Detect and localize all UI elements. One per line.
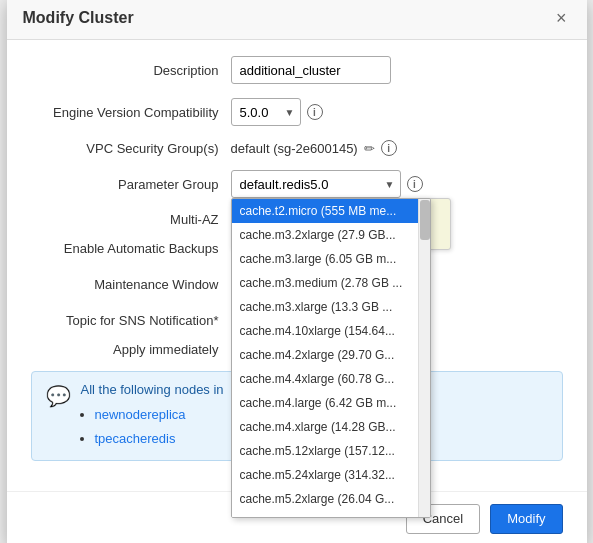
apply-label: Apply immediately (31, 342, 231, 357)
description-control (231, 56, 563, 84)
dropdown-item[interactable]: cache.m4.4xlarge (60.78 G... (232, 367, 418, 391)
dropdown-scroll-thumb[interactable] (420, 200, 430, 240)
vpc-security-value: default (sg-2e600145) (231, 141, 358, 156)
node-type-dropdown[interactable]: cache.t2.micro (555 MB me... cache.m3.2x… (231, 198, 431, 518)
dropdown-scrollbar-track (418, 199, 430, 518)
dropdown-item[interactable]: cache.m4.large (6.42 GB m... (232, 391, 418, 415)
dropdown-item[interactable]: cache.m3.xlarge (13.3 GB ... (232, 295, 418, 319)
dropdown-item[interactable]: cache.m3.medium (2.78 GB ... (232, 271, 418, 295)
engine-version-select[interactable]: 5.0.0 (231, 98, 301, 126)
engine-version-label: Engine Version Compatibility (31, 105, 231, 120)
dropdown-item[interactable]: cache.m5.12xlarge (157.12... (232, 439, 418, 463)
maintenance-label: Maintenance Window (31, 277, 231, 292)
multiaz-label: Multi-AZ (31, 212, 231, 227)
description-input[interactable] (231, 56, 391, 84)
dropdown-item[interactable]: cache.m3.2xlarge (27.9 GB... (232, 223, 418, 247)
vpc-security-control: default (sg-2e600145) ✏ i (231, 140, 563, 156)
dropdown-item[interactable]: cache.m5.24xlarge (314.32... (232, 463, 418, 487)
dropdown-item[interactable]: cache.m5.4xlarge (52.26 G... (232, 511, 418, 518)
engine-version-select-wrapper: 5.0.0 ▼ (231, 98, 301, 126)
dropdown-item[interactable]: cache.t2.micro (555 MB me... (232, 199, 418, 223)
vpc-security-label: VPC Security Group(s) (31, 141, 231, 156)
dropdown-item[interactable]: cache.m4.xlarge (14.28 GB... (232, 415, 418, 439)
modal-header: Modify Cluster × (7, 0, 587, 40)
dropdown-item[interactable]: cache.m3.large (6.05 GB m... (232, 247, 418, 271)
modify-button[interactable]: Modify (490, 504, 562, 534)
engine-version-control: 5.0.0 ▼ i (231, 98, 563, 126)
dropdown-item[interactable]: cache.m5.2xlarge (26.04 G... (232, 487, 418, 511)
parameter-group-label: Parameter Group (31, 177, 231, 192)
param-select-wrapper: default.redis5.0 ▼ (231, 170, 401, 198)
description-row: Description (31, 56, 563, 84)
parameter-group-row: Parameter Group default.redis5.0 ▼ i (31, 170, 563, 198)
vpc-info-icon[interactable]: i (381, 140, 397, 156)
param-row: default.redis5.0 ▼ i (231, 170, 423, 198)
backup-label: Enable Automatic Backups (31, 241, 231, 256)
edit-icon[interactable]: ✏ (364, 141, 375, 156)
close-button[interactable]: × (552, 9, 571, 27)
modal-title: Modify Cluster (23, 9, 134, 27)
parameter-group-control: default.redis5.0 ▼ i The node type and a… (231, 170, 563, 198)
dropdown-scrollbar: cache.t2.micro (555 MB me... cache.m3.2x… (232, 199, 430, 518)
modal-body: Description Engine Version Compatibility… (7, 40, 587, 491)
chat-icon: 💬 (46, 384, 71, 408)
dropdown-item[interactable]: cache.m4.10xlarge (154.64... (232, 319, 418, 343)
dropdown-items: cache.t2.micro (555 MB me... cache.m3.2x… (232, 199, 418, 518)
engine-version-row: Engine Version Compatibility 5.0.0 ▼ i (31, 98, 563, 126)
description-label: Description (31, 63, 231, 78)
modal-dialog: Modify Cluster × Description Engine Vers… (7, 0, 587, 543)
param-dropdown-container: default.redis5.0 ▼ i The node type and a… (231, 170, 423, 198)
engine-info-icon[interactable]: i (307, 104, 323, 120)
dropdown-item[interactable]: cache.m4.2xlarge (29.70 G... (232, 343, 418, 367)
parameter-group-select[interactable]: default.redis5.0 (231, 170, 401, 198)
sns-label: Topic for SNS Notification* (31, 313, 231, 328)
vpc-security-row: VPC Security Group(s) default (sg-2e6001… (31, 140, 563, 156)
param-info-icon[interactable]: i (407, 176, 423, 192)
